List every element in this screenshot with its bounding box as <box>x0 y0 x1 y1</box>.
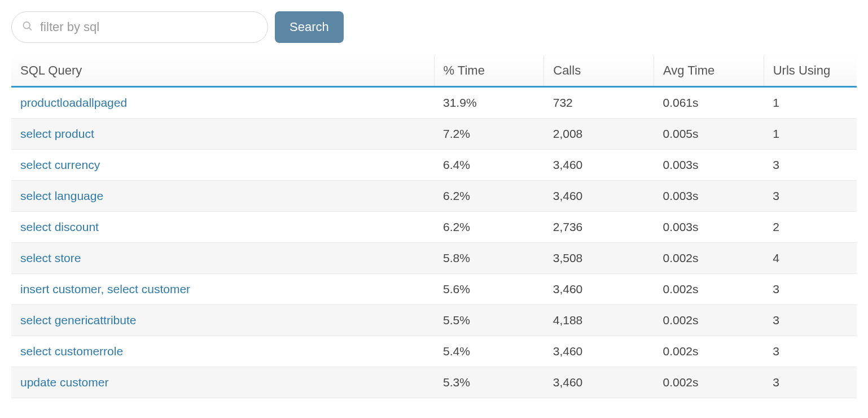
cell-avg-time: 0.002s <box>654 305 764 336</box>
cell-pct-time: 5.4% <box>434 336 544 367</box>
cell-query: select language <box>11 181 434 212</box>
cell-pct-time: 5.5% <box>434 305 544 336</box>
cell-calls: 4,188 <box>544 305 654 336</box>
cell-avg-time: 0.003s <box>654 181 764 212</box>
query-link[interactable]: select product <box>20 127 94 140</box>
query-link[interactable]: select store <box>20 251 81 264</box>
table-row: select customerrole5.4%3,4600.002s3 <box>11 336 857 367</box>
search-row: Search <box>11 11 857 43</box>
query-link[interactable]: select genericattribute <box>20 314 136 326</box>
table-row: select language6.2%3,4600.003s3 <box>11 181 857 212</box>
filter-sql-input[interactable] <box>11 11 268 43</box>
query-link[interactable]: select language <box>20 189 103 202</box>
sql-queries-table: SQL Query % Time Calls Avg Time Urls Usi… <box>11 55 857 398</box>
table-row: update customer5.3%3,4600.002s3 <box>11 367 857 398</box>
table-row: insert customer, select customer5.6%3,46… <box>11 274 857 305</box>
cell-query: productloadallpaged <box>11 87 434 119</box>
cell-query: select product <box>11 119 434 150</box>
cell-urls-using: 3 <box>764 336 857 367</box>
cell-avg-time: 0.005s <box>654 119 764 150</box>
cell-calls: 732 <box>544 87 654 119</box>
table-row: select product7.2%2,0080.005s1 <box>11 119 857 150</box>
cell-urls-using: 3 <box>764 305 857 336</box>
cell-calls: 3,460 <box>544 181 654 212</box>
cell-query: select genericattribute <box>11 305 434 336</box>
cell-pct-time: 5.8% <box>434 243 544 274</box>
cell-query: insert customer, select customer <box>11 274 434 305</box>
column-header-urls-using[interactable]: Urls Using <box>764 55 857 87</box>
cell-avg-time: 0.002s <box>654 336 764 367</box>
table-row: select store5.8%3,5080.002s4 <box>11 243 857 274</box>
query-link[interactable]: update customer <box>20 376 108 389</box>
cell-urls-using: 3 <box>764 367 857 398</box>
cell-pct-time: 5.6% <box>434 274 544 305</box>
cell-avg-time: 0.002s <box>654 367 764 398</box>
column-header-query[interactable]: SQL Query <box>11 55 434 87</box>
cell-avg-time: 0.003s <box>654 150 764 181</box>
cell-query: select store <box>11 243 434 274</box>
column-header-calls[interactable]: Calls <box>544 55 654 87</box>
cell-avg-time: 0.002s <box>654 243 764 274</box>
cell-urls-using: 3 <box>764 150 857 181</box>
table-row: select discount6.2%2,7360.003s2 <box>11 212 857 243</box>
cell-pct-time: 7.2% <box>434 119 544 150</box>
cell-pct-time: 5.3% <box>434 367 544 398</box>
search-wrapper <box>11 11 268 43</box>
table-row: productloadallpaged31.9%7320.061s1 <box>11 87 857 119</box>
cell-avg-time: 0.002s <box>654 274 764 305</box>
cell-pct-time: 6.2% <box>434 212 544 243</box>
table-row: select currency6.4%3,4600.003s3 <box>11 150 857 181</box>
cell-avg-time: 0.003s <box>654 212 764 243</box>
search-button[interactable]: Search <box>275 11 344 43</box>
query-link[interactable]: insert customer, select customer <box>20 282 190 295</box>
cell-urls-using: 1 <box>764 119 857 150</box>
column-header-avg-time[interactable]: Avg Time <box>654 55 764 87</box>
cell-calls: 3,460 <box>544 367 654 398</box>
cell-urls-using: 4 <box>764 243 857 274</box>
page-container: Search SQL Query % Time Calls Avg Time U… <box>0 0 868 398</box>
cell-calls: 2,736 <box>544 212 654 243</box>
query-link[interactable]: select currency <box>20 158 100 171</box>
cell-avg-time: 0.061s <box>654 87 764 119</box>
table-header-row: SQL Query % Time Calls Avg Time Urls Usi… <box>11 55 857 87</box>
cell-query: select discount <box>11 212 434 243</box>
cell-urls-using: 2 <box>764 212 857 243</box>
cell-urls-using: 1 <box>764 87 857 119</box>
cell-calls: 3,508 <box>544 243 654 274</box>
cell-pct-time: 31.9% <box>434 87 544 119</box>
cell-pct-time: 6.2% <box>434 181 544 212</box>
cell-calls: 3,460 <box>544 336 654 367</box>
cell-query: select customerrole <box>11 336 434 367</box>
cell-urls-using: 3 <box>764 181 857 212</box>
cell-urls-using: 3 <box>764 274 857 305</box>
column-header-pct-time[interactable]: % Time <box>434 55 544 87</box>
cell-query: update customer <box>11 367 434 398</box>
query-link[interactable]: select discount <box>20 220 99 233</box>
table-row: select genericattribute5.5%4,1880.002s3 <box>11 305 857 336</box>
cell-query: select currency <box>11 150 434 181</box>
cell-calls: 3,460 <box>544 274 654 305</box>
cell-calls: 2,008 <box>544 119 654 150</box>
query-link[interactable]: select customerrole <box>20 345 123 358</box>
query-link[interactable]: productloadallpaged <box>20 96 127 109</box>
cell-pct-time: 6.4% <box>434 150 544 181</box>
cell-calls: 3,460 <box>544 150 654 181</box>
